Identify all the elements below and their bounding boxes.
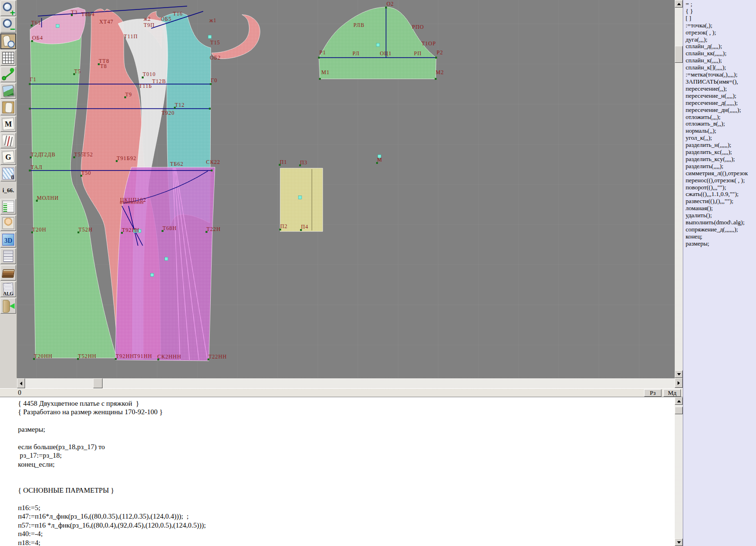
function-item[interactable]: :=точка(,); (686, 22, 756, 29)
rz-button[interactable]: Рз (644, 389, 662, 397)
function-item[interactable]: дуга(,,,); (686, 36, 756, 43)
size-table-tool[interactable] (0, 199, 16, 214)
3d-view-tool[interactable]: 3D (0, 232, 16, 247)
selected-point-marker[interactable] (208, 35, 212, 39)
function-item[interactable]: ломаная(); (686, 205, 756, 212)
function-item[interactable]: конец; (686, 233, 756, 240)
i66-indicator: i_66. (0, 182, 16, 198)
function-item[interactable]: [ ] (686, 15, 756, 22)
function-item[interactable]: развести((),(),,,""); (686, 198, 756, 205)
point-label: ЦКЦП102 (120, 197, 146, 203)
drawing-canvas[interactable]: Т61ОБ4Т3Т8Б4ХТ47ж2Т9ПОБ5Т16ж1Т11ПТ15ОБ2Т… (17, 0, 675, 378)
function-item[interactable]: сплайн_к(,,,,); (686, 57, 756, 64)
point-label: Т8 (100, 63, 107, 69)
point-label: Т61 (31, 20, 41, 26)
m-marker-tool[interactable]: M (0, 116, 16, 132)
model-photo-tool[interactable] (0, 215, 16, 231)
function-item[interactable]: сопряжение_д(,,,,,,); (686, 226, 756, 233)
hscroll-thumb[interactable] (93, 378, 103, 388)
editor-vscroll-thumb[interactable] (675, 407, 683, 414)
selected-point-marker[interactable] (56, 25, 60, 28)
editor-scroll-up-button[interactable] (675, 397, 683, 405)
point-label: Т8Б4 (81, 11, 94, 17)
measure-segment-tool[interactable] (0, 67, 16, 82)
function-item[interactable]: поворот((),,,""); (686, 184, 756, 191)
point-marker[interactable] (435, 78, 437, 80)
selected-point-marker[interactable] (165, 257, 168, 261)
function-item[interactable]: разделить(,,,,); (686, 163, 756, 170)
function-item[interactable]: пересечение_н(,,,,); (686, 93, 756, 100)
zoom-in-tool[interactable] (0, 0, 16, 16)
function-item[interactable]: = ; (686, 1, 756, 8)
function-item[interactable]: отложить(,,,); (686, 114, 756, 121)
point-marker[interactable] (435, 57, 437, 59)
image-view-tool[interactable] (0, 83, 16, 99)
scroll-corner (0, 378, 17, 388)
text-list-tool[interactable] (0, 248, 16, 264)
point-marker[interactable] (385, 7, 387, 9)
function-item[interactable]: угол_к(,,); (686, 135, 756, 142)
function-item[interactable]: пересечение_дн(,,,,,); (686, 107, 756, 114)
function-item[interactable]: разделить_кс(,,,,); (686, 149, 756, 156)
function-item[interactable]: сплайн_кк(,,,,,); (686, 50, 756, 57)
canvas-vscrollbar[interactable] (675, 0, 683, 378)
pattern-canvas-svg[interactable]: Т61ОБ4Т3Т8Б4ХТ47ж2Т9ПОБ5Т16ж1Т11ПТ15ОБ2Т… (17, 0, 675, 378)
point-marker[interactable] (29, 83, 31, 85)
function-item[interactable]: выполнить(dmod\.alg); (686, 219, 756, 226)
function-item[interactable]: размеры; (686, 240, 756, 247)
point-marker[interactable] (318, 57, 320, 59)
scroll-corner-right (675, 378, 683, 388)
function-item[interactable]: сплайн_д(,,,,); (686, 43, 756, 50)
function-item[interactable]: симметрия_л((),отрезок (686, 170, 756, 177)
i66-indicator-label: i_66. (2, 187, 14, 194)
function-item[interactable]: сжать((),,,1.1,0.9,""); (686, 191, 756, 198)
function-item[interactable]: разделить_н(,,,,,); (686, 142, 756, 149)
g-tool[interactable]: G (0, 149, 16, 165)
function-item[interactable]: удалить(); (686, 212, 756, 219)
function-item[interactable]: перенос((),отрезок( , ); (686, 177, 756, 184)
selected-point-marker[interactable] (151, 273, 154, 277)
point-marker[interactable] (29, 108, 31, 110)
editor-vscrollbar[interactable] (675, 397, 683, 546)
zoom-out-tool[interactable] (0, 17, 16, 33)
scroll-down-button[interactable] (675, 370, 683, 378)
point-label: Т91 (117, 155, 127, 161)
point-marker[interactable] (210, 83, 212, 85)
function-item[interactable]: отложить_в(,,); (686, 120, 756, 128)
grid-tool[interactable] (0, 50, 16, 66)
point-label: Т11П (124, 34, 138, 39)
function-item[interactable]: сплайн_к[](,,,,); (686, 64, 756, 71)
function-item[interactable]: пересечение_д(,,,,,); (686, 100, 756, 107)
function-item[interactable]: { } (686, 8, 756, 15)
scroll-left-button[interactable] (17, 378, 25, 388)
function-item[interactable]: отрезок( , ); (686, 29, 756, 36)
scroll-up-button[interactable] (675, 0, 683, 8)
scroll-right-button[interactable] (675, 378, 683, 388)
selected-point-marker[interactable] (377, 43, 380, 47)
function-item[interactable]: пересечение(,,); (686, 85, 756, 93)
code-editor[interactable]: { 4458 Двухцветное платье с пряжкой }{ Р… (0, 397, 675, 546)
drafting-tool[interactable] (0, 133, 16, 148)
books-tool[interactable] (0, 265, 16, 281)
editor-scroll-down-button[interactable] (675, 538, 683, 546)
point-label: Т91НН (134, 353, 152, 359)
alg-file-tool[interactable]: ALG (0, 282, 16, 297)
point-label: ХТ47 (99, 19, 113, 25)
preview-pattern-tool[interactable] (0, 34, 16, 49)
g-tool-label: G (5, 154, 11, 161)
exit-tool[interactable] (0, 298, 16, 314)
vscroll-thumb[interactable] (675, 46, 683, 63)
function-item[interactable]: разделить_ксу(,,,,); (686, 156, 756, 163)
canvas-hscrollbar[interactable] (17, 378, 675, 388)
point-marker[interactable] (319, 78, 321, 80)
grading-ruler-tool[interactable] (0, 166, 16, 181)
md-button[interactable]: Мд (663, 389, 681, 397)
point-label: М1 (321, 69, 330, 75)
pattern-sheet-tool[interactable] (0, 100, 16, 115)
function-item[interactable]: :=метка(точка(,),,,,); (686, 71, 756, 78)
function-item[interactable]: нормаль(,,); (686, 128, 756, 135)
point-marker[interactable] (209, 108, 211, 110)
point-marker[interactable] (211, 170, 213, 171)
selected-point-marker[interactable] (299, 196, 302, 199)
function-item[interactable]: ЗАПИСАТЬ(имя=(), (686, 78, 756, 85)
